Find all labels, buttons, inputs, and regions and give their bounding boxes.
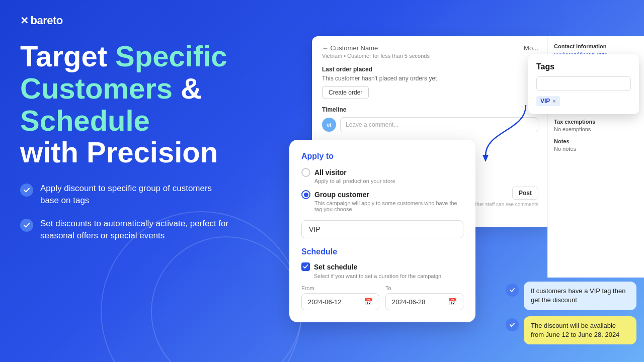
radio-all-label: All visitor [314, 168, 347, 176]
arrow-decoration [475, 101, 536, 166]
from-date-input[interactable]: 2024-06-12 📅 [301, 293, 379, 310]
chat-check-1 [506, 284, 519, 297]
from-label: From [301, 285, 379, 291]
feature-item-1: Apply discount to specific group of cust… [20, 183, 231, 207]
chat-text-1: If customers have a VIP tag then get the… [531, 287, 625, 304]
to-date-value: 2024-06-28 [392, 298, 426, 306]
last-order-text: This customer hasn't placed any orders y… [322, 75, 538, 82]
contact-title: Contact information [554, 43, 638, 49]
set-schedule-label: Set schedule [314, 263, 357, 271]
customer-subtitle: Vietnam • Customer for less than 5 secon… [322, 53, 538, 59]
notes-title: Notes [554, 138, 638, 144]
notes-value: No notes [554, 146, 638, 152]
tag-label: VIP [540, 98, 550, 105]
logo: ✕ bareto [20, 14, 63, 27]
left-content: Target Specific Customers & Schedule wit… [20, 40, 282, 241]
more-button[interactable]: Mo... [524, 44, 538, 52]
post-button[interactable]: Post [512, 187, 538, 200]
bg-circle-2 [151, 236, 302, 362]
to-field: To 2024-06-28 📅 [385, 285, 463, 310]
radio-group: All visitor Apply to all product on your… [301, 168, 463, 212]
to-calendar-icon: 📅 [448, 298, 457, 306]
schedule-title: Schedule [301, 247, 463, 256]
from-calendar-icon: 📅 [364, 298, 373, 306]
chat-bubble-1: If customers have a VIP tag then get the… [524, 282, 636, 310]
heading-line2: Customers & Schedule [20, 72, 202, 137]
chat-bubble-2: The discount will be available from June… [524, 316, 636, 344]
tags-popup: Tags VIP × [528, 54, 639, 114]
radio-all-visitor[interactable]: All visitor Apply to all product on your… [301, 168, 463, 184]
tag-remove[interactable]: × [552, 98, 555, 104]
radio-all-desc: Apply to all product on your store [314, 178, 463, 184]
to-label: To [385, 285, 463, 291]
set-schedule-row[interactable]: Set schedule [301, 262, 463, 271]
to-date-input[interactable]: 2024-06-28 📅 [385, 293, 463, 310]
radio-group-desc: This campaign will apply to some custome… [314, 200, 463, 212]
check-icon-1 [20, 184, 33, 197]
tag-badge: VIP × [536, 96, 560, 106]
notes-section: Notes No notes [554, 138, 638, 152]
chat-text-2: The discount will be available from June… [531, 322, 619, 338]
tag-input-field[interactable] [301, 220, 463, 238]
tax-section: Tax exemptions No exemptions [554, 119, 638, 132]
check-icon-2 [20, 219, 33, 232]
radio-group-circle[interactable] [301, 190, 310, 199]
feature-text-1: Apply discount to specific group of cust… [40, 183, 231, 207]
feature-item-2: Set discounts to automatically activate,… [20, 218, 231, 242]
radio-all-circle[interactable] [301, 168, 310, 177]
heading-line3: with Precision [20, 136, 218, 168]
tax-title: Tax exemptions [554, 119, 638, 125]
from-date-value: 2024-06-12 [308, 298, 342, 306]
radio-group-label: Group customer [314, 191, 369, 199]
date-row: From 2024-06-12 📅 To 2024-06-28 📅 [301, 285, 463, 310]
tags-input[interactable] [536, 76, 631, 91]
logo-text: bareto [31, 14, 63, 27]
tax-value: No exemptions [554, 126, 638, 132]
last-order-label: Last order placed [322, 66, 538, 73]
back-button[interactable]: ← Customer Name [322, 44, 378, 52]
chat-check-2 [506, 318, 519, 331]
create-order-button[interactable]: Create order [322, 86, 369, 99]
radio-group-customer[interactable]: Group customer This campaign will apply … [301, 190, 463, 212]
main-heading: Target Specific Customers & Schedule wit… [20, 40, 282, 168]
chat-row-2: The discount will be available from June… [506, 316, 636, 344]
schedule-desc: Select if you want to set a duration for… [314, 273, 463, 279]
feature-text-2: Set discounts to automatically activate,… [40, 218, 231, 242]
heading-line1: Target Specific [20, 40, 227, 72]
feature-list: Apply discount to specific group of cust… [20, 183, 282, 241]
user-avatar: ot [322, 118, 336, 132]
logo-icon: ✕ [20, 15, 29, 27]
tags-title: Tags [536, 62, 631, 71]
schedule-checkbox[interactable] [301, 262, 310, 271]
form-card: Apply to All visitor Apply to all produc… [289, 140, 475, 322]
svg-marker-0 [482, 155, 489, 162]
chat-area: If customers have a VIP tag then get the… [506, 282, 636, 344]
apply-to-title: Apply to [301, 152, 463, 161]
chat-row-1: If customers have a VIP tag then get the… [506, 282, 636, 310]
from-field: From 2024-06-12 📅 [301, 285, 379, 310]
